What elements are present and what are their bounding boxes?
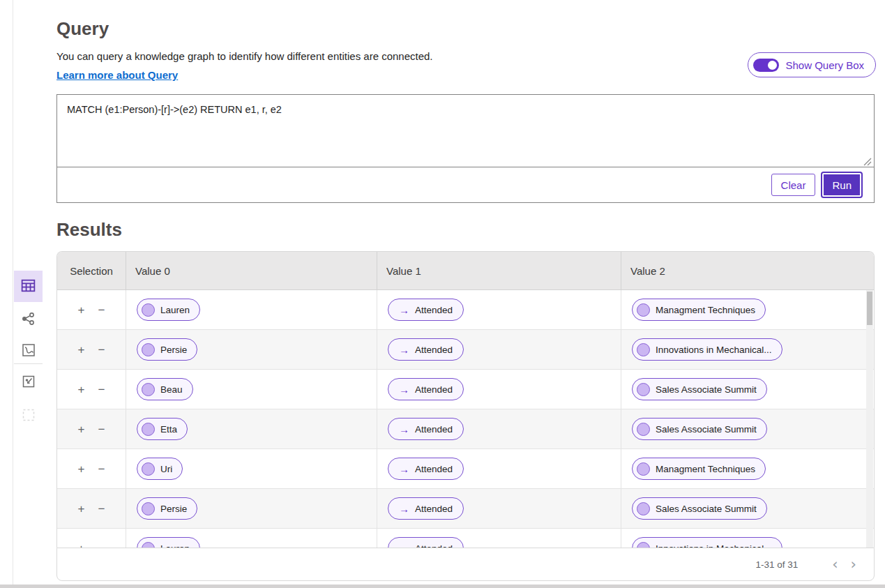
table-view-icon xyxy=(20,277,37,296)
arrow-right-icon: → xyxy=(399,543,409,548)
entity-label: Persie xyxy=(160,345,187,355)
target-pill[interactable]: Sales Associate Summit xyxy=(632,418,767,440)
graph-view-icon xyxy=(20,310,37,329)
entity-pill[interactable]: Lauren xyxy=(137,299,200,321)
entity-label: Beau xyxy=(160,384,183,395)
value1-cell: → Attended xyxy=(377,409,621,448)
relation-pill[interactable]: → Attended xyxy=(388,497,464,520)
target-label: Sales Associate Summit xyxy=(656,504,757,514)
toggle-knob xyxy=(766,59,778,71)
selection-cell: + − xyxy=(57,290,126,329)
entity-pill[interactable]: Persie xyxy=(137,497,197,520)
relation-pill[interactable]: → Attended xyxy=(388,418,464,440)
value1-cell: → Attended xyxy=(377,449,621,488)
page-title: Query xyxy=(56,18,109,40)
value2-cell: Sales Associate Summit xyxy=(621,409,874,448)
results-table: Selection Value 0 Value 1 Value 2 + − La… xyxy=(56,251,875,548)
entity-label: Lauren xyxy=(160,305,190,315)
table-scrollbar[interactable] xyxy=(866,290,873,548)
relation-pill[interactable]: → Attended xyxy=(388,458,464,480)
table-row: + − Persie → Attended Sales Associate Su… xyxy=(57,489,874,529)
node-icon xyxy=(637,423,650,436)
collapse-row-button[interactable]: − xyxy=(98,463,105,475)
arrow-right-icon: → xyxy=(399,384,409,395)
results-title: Results xyxy=(56,219,122,241)
collapse-row-button[interactable]: − xyxy=(98,384,105,395)
entity-pill[interactable]: Beau xyxy=(137,378,193,400)
relation-pill[interactable]: → Attended xyxy=(388,338,464,361)
query-editor-input[interactable]: MATCH (e1:Person)-[r]->(e2) RETURN e1, r… xyxy=(57,95,874,167)
node-icon xyxy=(637,303,650,317)
view-switcher-divider xyxy=(14,363,43,364)
node-icon xyxy=(142,343,155,356)
expand-row-button[interactable]: + xyxy=(78,543,85,548)
collapse-row-button[interactable]: − xyxy=(98,543,105,548)
column-header-value1: Value 1 xyxy=(377,252,621,289)
collapse-row-button[interactable]: − xyxy=(98,344,105,356)
show-query-box-toggle[interactable]: Show Query Box xyxy=(748,52,876,77)
pagination-next-button[interactable]: › xyxy=(845,557,863,572)
node-icon xyxy=(637,542,650,548)
table-row: + − Persie → Attended Innovations in Mec… xyxy=(57,330,874,370)
entity-pill[interactable]: Persie xyxy=(137,338,197,361)
entity-pill[interactable]: Lauren xyxy=(137,537,200,548)
selection-cell: + − xyxy=(57,330,126,369)
entity-pill[interactable]: Uri xyxy=(137,458,183,480)
node-icon xyxy=(142,502,155,515)
table-view-button[interactable] xyxy=(14,271,43,302)
node-icon xyxy=(142,542,155,548)
toggle-switch-icon xyxy=(753,59,779,72)
table-scrollbar-thumb[interactable] xyxy=(867,292,872,325)
expand-row-button[interactable]: + xyxy=(78,344,85,356)
selection-view-button[interactable] xyxy=(14,405,43,426)
relation-label: Attended xyxy=(415,384,453,395)
target-pill[interactable]: Managment Techniques xyxy=(632,299,766,321)
annotate-view-button[interactable] xyxy=(14,372,43,393)
target-pill[interactable]: Sales Associate Summit xyxy=(632,378,767,400)
target-pill[interactable]: Innovations in Mechanical... xyxy=(632,338,782,361)
collapse-row-button[interactable]: − xyxy=(98,304,105,316)
learn-more-link[interactable]: Learn more about Query xyxy=(56,69,178,81)
value2-cell: Managment Techniques xyxy=(621,290,874,329)
target-pill[interactable]: Sales Associate Summit xyxy=(632,497,767,520)
entity-pill[interactable]: Etta xyxy=(137,418,188,440)
query-box: MATCH (e1:Person)-[r]->(e2) RETURN e1, r… xyxy=(56,94,875,203)
expand-row-button[interactable]: + xyxy=(78,384,85,395)
target-pill[interactable]: Innovations in Mechanical... xyxy=(632,537,782,548)
entity-label: Uri xyxy=(160,464,172,474)
value2-cell: Sales Associate Summit xyxy=(621,370,874,409)
value1-cell: → Attended xyxy=(377,370,621,409)
resize-handle-icon[interactable] xyxy=(863,156,872,165)
node-icon xyxy=(142,462,155,476)
chart-view-icon xyxy=(20,342,37,361)
value1-cell: → Attended xyxy=(377,529,621,548)
collapse-row-button[interactable]: − xyxy=(98,503,105,515)
expand-row-button[interactable]: + xyxy=(78,304,85,316)
left-panel-divider xyxy=(13,0,13,585)
relation-pill[interactable]: → Attended xyxy=(388,537,464,548)
expand-row-button[interactable]: + xyxy=(78,503,85,515)
run-button[interactable]: Run xyxy=(822,173,861,197)
chart-view-button[interactable] xyxy=(14,340,43,361)
arrow-right-icon: → xyxy=(399,344,409,356)
page-description: You can query a knowledge graph to ident… xyxy=(56,50,433,62)
entity-label: Etta xyxy=(160,424,177,435)
relation-pill[interactable]: → Attended xyxy=(388,299,464,321)
relation-label: Attended xyxy=(415,504,453,514)
table-row: + − Etta → Attended Sales Associate Summ… xyxy=(57,409,874,449)
value2-cell: Sales Associate Summit xyxy=(621,489,874,528)
relation-pill[interactable]: → Attended xyxy=(388,378,464,400)
table-row: + − Lauren → Attended Innovations in Mec… xyxy=(57,529,874,548)
clear-button[interactable]: Clear xyxy=(771,174,816,196)
expand-row-button[interactable]: + xyxy=(78,463,85,475)
relation-label: Attended xyxy=(415,464,453,474)
table-row: + − Uri → Attended Managment Techniques xyxy=(57,449,874,489)
expand-row-button[interactable]: + xyxy=(78,423,85,435)
pagination-prev-button[interactable]: ‹ xyxy=(826,557,844,572)
node-icon xyxy=(637,502,650,515)
graph-view-button[interactable] xyxy=(14,309,43,330)
target-label: Managment Techniques xyxy=(656,305,755,315)
target-label: Innovations in Mechanical... xyxy=(656,345,772,355)
collapse-row-button[interactable]: − xyxy=(98,423,105,435)
target-pill[interactable]: Managment Techniques xyxy=(632,458,766,480)
